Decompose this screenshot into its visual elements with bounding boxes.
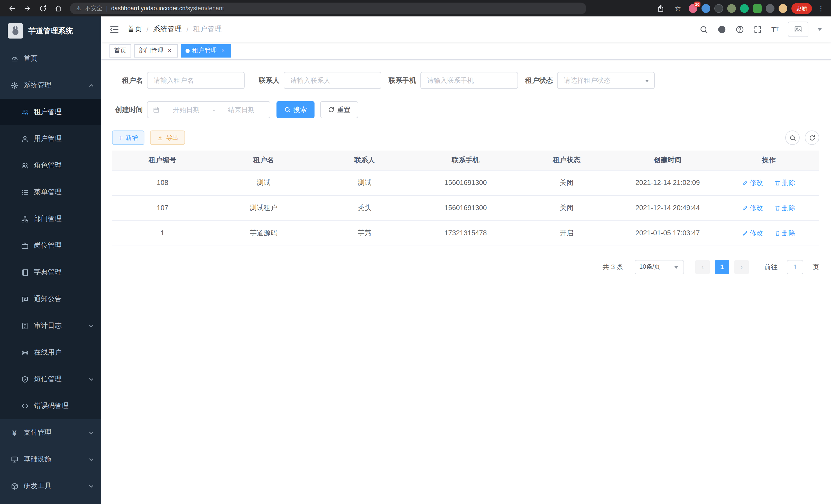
sidebar-item-devtools[interactable]: 研发工具 [0,473,101,499]
sidebar-item-infrastructure[interactable]: 基础设施 [0,446,101,473]
tab-dept[interactable]: 部门管理× [134,44,178,57]
close-icon[interactable]: × [166,47,173,54]
date-range-picker[interactable]: 开始日期 - 结束日期 [147,101,270,118]
tab-tenant[interactable]: 租户管理× [181,44,231,57]
export-button[interactable]: 导出 [150,130,185,145]
menu-list-icon [21,188,29,196]
font-size-icon[interactable]: TT [771,25,779,33]
sidebar-item-label: 在线用户 [34,348,62,357]
sidebar-item-label: 部门管理 [34,214,62,224]
trash-icon [774,205,780,211]
download-icon [157,135,164,141]
user-avatar[interactable] [788,22,808,37]
extensions-puzzle-icon[interactable] [766,4,774,12]
sidebar-item-tenant[interactable]: 租户管理 [0,99,101,125]
extension-green-check-icon[interactable] [740,4,749,12]
extension-pink-icon[interactable]: 10 [689,4,697,12]
cell-status: 关闭 [516,195,617,220]
tab-home[interactable]: 首页 [110,44,131,57]
hide-search-icon[interactable] [785,130,800,145]
cell-actions: 修改 删除 [718,170,819,195]
sidebar-item-menu[interactable]: 菜单管理 [0,179,101,206]
bookmark-star-icon[interactable]: ☆ [671,2,685,15]
devtools-box-icon [10,482,19,490]
forward-icon[interactable] [21,2,34,15]
tenant-name-input[interactable] [147,72,245,89]
home-icon[interactable] [51,2,65,15]
page-size-select[interactable]: 10条/页 [635,260,684,274]
right-toolbar [785,130,819,145]
active-dot-icon [185,49,190,53]
help-icon[interactable] [736,25,744,34]
security-label[interactable]: 不安全 [85,4,103,12]
sidebar-item-system[interactable]: 系统管理 [0,72,101,99]
extension-green-chat-icon[interactable] [753,4,762,12]
page-1-button[interactable]: 1 [715,260,729,274]
cell-id: 107 [112,195,213,220]
logo[interactable]: 芋道管理系统 [0,17,101,45]
breadcrumb-system[interactable]: 系统管理 [153,25,182,34]
url-separator: | [106,5,108,11]
sidebar-item-dict[interactable]: 字典管理 [0,259,101,286]
address-bar[interactable]: ⚠ 不安全 | dashboard.yudao.iocoder.cn/syste… [70,2,586,14]
sidebar-item-sms[interactable]: 短信管理 [0,366,101,392]
phone-input[interactable] [420,72,518,89]
back-icon[interactable] [5,2,19,15]
sidebar-item-error-code[interactable]: 错误码管理 [0,392,101,419]
status-select[interactable]: 请选择租户状态 [557,72,655,89]
delete-button[interactable]: 删除 [774,203,795,212]
browser-menu-icon[interactable]: ⋮ [816,4,826,12]
delete-button[interactable]: 删除 [774,178,795,187]
add-button[interactable]: + 新增 [112,130,144,145]
contact-input[interactable] [284,72,381,89]
date-separator: - [213,106,215,114]
sidebar-item-audit-log[interactable]: 审计日志 [0,313,101,339]
cell-name: 芋道源码 [213,220,314,245]
reload-icon[interactable] [36,2,49,15]
edit-button[interactable]: 修改 [742,228,763,238]
share-icon[interactable] [654,2,667,15]
sidebar-item-payment[interactable]: ¥ 支付管理 [0,419,101,446]
sidebar-item-dept[interactable]: 部门管理 [0,206,101,232]
sidebar-item-role[interactable]: 角色管理 [0,152,101,179]
github-icon[interactable] [717,25,726,34]
status-label: 租户状态 [518,76,557,85]
sidebar-item-home[interactable]: 首页 [0,45,101,72]
cell-id: 108 [112,170,213,195]
trash-icon [774,180,780,186]
profile-avatar-icon[interactable] [779,4,787,12]
edit-button[interactable]: 修改 [742,178,763,187]
page-url[interactable]: dashboard.yudao.iocoder.cn/system/tenant [111,5,224,11]
breadcrumb-separator: / [187,25,189,33]
filter-row-2: 创建时间 开始日期 - 结束日期 搜索 重置 [112,101,819,118]
edit-button[interactable]: 修改 [742,203,763,212]
sidebar-item-label: 租户管理 [34,108,62,117]
navbar-tools: TT [699,22,822,37]
extension-dark-circle-icon[interactable] [714,4,723,12]
delete-button[interactable]: 删除 [774,228,795,238]
fullscreen-icon[interactable] [753,25,762,34]
sidebar-item-label: 首页 [24,54,37,63]
goto-page-input[interactable] [787,260,803,274]
avatar-dropdown-caret-icon[interactable] [818,28,822,31]
table-row: 107 测试租户 秃头 15601691300 关闭 2021-12-14 20… [112,195,819,220]
sidebar-item-post[interactable]: 岗位管理 [0,232,101,259]
sidebar-item-label: 基础设施 [24,455,51,464]
reset-button[interactable]: 重置 [320,101,358,118]
extension-olive-icon[interactable] [727,4,736,12]
sidebar-item-online-users[interactable]: 在线用户 [0,339,101,366]
refresh-table-icon[interactable] [805,130,819,145]
close-icon[interactable]: × [220,47,227,54]
search-button[interactable]: 搜索 [277,101,315,118]
breadcrumb-home[interactable]: 首页 [127,25,142,34]
extension-blue-drop-icon[interactable] [701,4,710,12]
sidebar-item-user[interactable]: 用户管理 [0,125,101,152]
payment-yen-icon: ¥ [10,428,19,437]
sidebar-item-label: 短信管理 [34,375,62,384]
header-search-icon[interactable] [699,25,708,34]
sidebar-item-notice[interactable]: 通知公告 [0,286,101,313]
sidebar-collapse-icon[interactable] [110,24,119,34]
update-button[interactable]: 更新 [792,3,812,13]
prev-page-button[interactable]: ‹ [695,260,710,274]
next-page-button[interactable]: › [735,260,749,274]
